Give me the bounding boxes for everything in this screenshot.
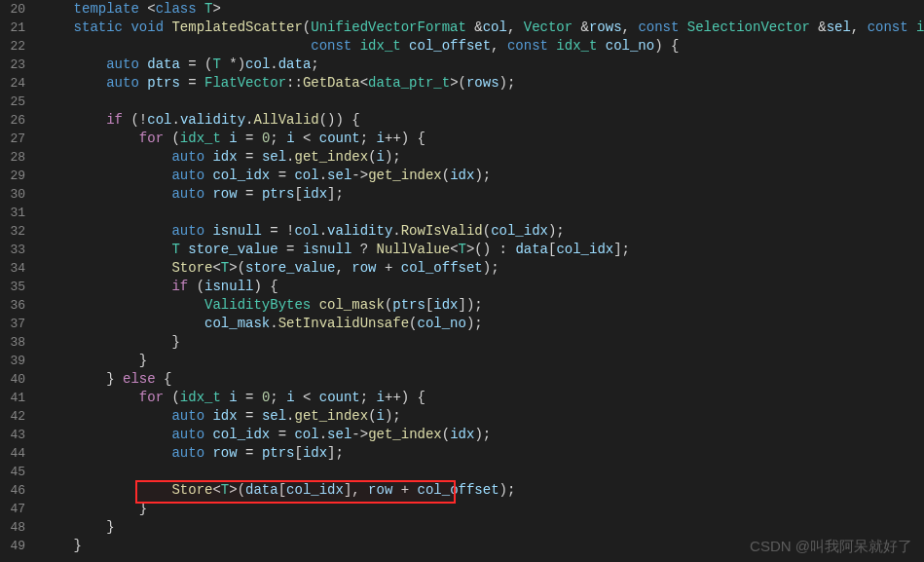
- line-number-gutter: 2021222324252627282930313233343536373839…: [0, 0, 39, 562]
- line-number: 22: [0, 37, 39, 56]
- line-number: 45: [0, 463, 39, 481]
- line-number: 42: [0, 407, 39, 426]
- code-line[interactable]: } else {: [41, 370, 924, 389]
- code-line[interactable]: Store<T>(store_value, row + col_offset);: [41, 259, 924, 278]
- line-number: 43: [0, 426, 39, 444]
- code-line[interactable]: ValidityBytes col_mask(ptrs[idx]);: [41, 296, 924, 315]
- code-line[interactable]: }: [41, 518, 924, 537]
- line-number: 27: [0, 130, 39, 148]
- line-number: 46: [0, 481, 39, 500]
- code-line[interactable]: auto idx = sel.get_index(i);: [41, 148, 924, 167]
- code-line[interactable]: [41, 204, 924, 222]
- code-line[interactable]: T store_value = isnull ? NullValue<T>() …: [41, 241, 924, 259]
- line-number: 31: [0, 204, 39, 222]
- line-number: 23: [0, 56, 39, 74]
- code-line[interactable]: [41, 463, 924, 481]
- code-line[interactable]: }: [41, 352, 924, 370]
- code-line[interactable]: for (idx_t i = 0; i < count; i++) {: [41, 389, 924, 407]
- line-number: 44: [0, 444, 39, 463]
- line-number: 37: [0, 315, 39, 333]
- line-number: 38: [0, 333, 39, 352]
- code-line[interactable]: Store<T>(data[col_idx], row + col_offset…: [41, 481, 924, 500]
- code-line[interactable]: if (isnull) {: [41, 278, 924, 296]
- code-area[interactable]: template <class T> static void Templated…: [41, 0, 924, 562]
- code-editor[interactable]: 2021222324252627282930313233343536373839…: [0, 0, 924, 562]
- line-number: 28: [0, 148, 39, 167]
- line-number: 25: [0, 93, 39, 111]
- line-number: 32: [0, 222, 39, 241]
- code-line[interactable]: auto row = ptrs[idx];: [41, 185, 924, 204]
- code-line[interactable]: auto col_idx = col.sel->get_index(idx);: [41, 426, 924, 444]
- line-number: 39: [0, 352, 39, 370]
- code-line[interactable]: if (!col.validity.AllValid()) {: [41, 111, 924, 130]
- line-number: 48: [0, 518, 39, 537]
- code-line[interactable]: template <class T>: [41, 0, 924, 19]
- code-line[interactable]: auto idx = sel.get_index(i);: [41, 407, 924, 426]
- line-number: 40: [0, 370, 39, 389]
- code-line[interactable]: auto data = (T *)col.data;: [41, 56, 924, 74]
- code-line[interactable]: }: [41, 333, 924, 352]
- code-line[interactable]: col_mask.SetInvalidUnsafe(col_no);: [41, 315, 924, 333]
- line-number: 36: [0, 296, 39, 315]
- code-line[interactable]: }: [41, 500, 924, 518]
- line-number: 24: [0, 74, 39, 93]
- line-number: 47: [0, 500, 39, 518]
- code-line[interactable]: [41, 93, 924, 111]
- code-line[interactable]: static void TemplatedScatter(UnifiedVect…: [41, 19, 924, 37]
- line-number: 41: [0, 389, 39, 407]
- line-number: 21: [0, 19, 39, 37]
- line-number: 35: [0, 278, 39, 296]
- line-number: 29: [0, 167, 39, 185]
- line-number: 26: [0, 111, 39, 130]
- code-line[interactable]: auto col_idx = col.sel->get_index(idx);: [41, 167, 924, 185]
- code-line[interactable]: }: [41, 537, 924, 555]
- code-line[interactable]: auto isnull = !col.validity.RowIsValid(c…: [41, 222, 924, 241]
- line-number: 34: [0, 259, 39, 278]
- line-number: 33: [0, 241, 39, 259]
- code-line[interactable]: auto ptrs = FlatVector::GetData<data_ptr…: [41, 74, 924, 93]
- code-line[interactable]: auto row = ptrs[idx];: [41, 444, 924, 463]
- line-number: 20: [0, 0, 39, 19]
- code-line[interactable]: const idx_t col_offset, const idx_t col_…: [41, 37, 924, 56]
- line-number: 30: [0, 185, 39, 204]
- line-number: 49: [0, 537, 39, 555]
- code-line[interactable]: for (idx_t i = 0; i < count; i++) {: [41, 130, 924, 148]
